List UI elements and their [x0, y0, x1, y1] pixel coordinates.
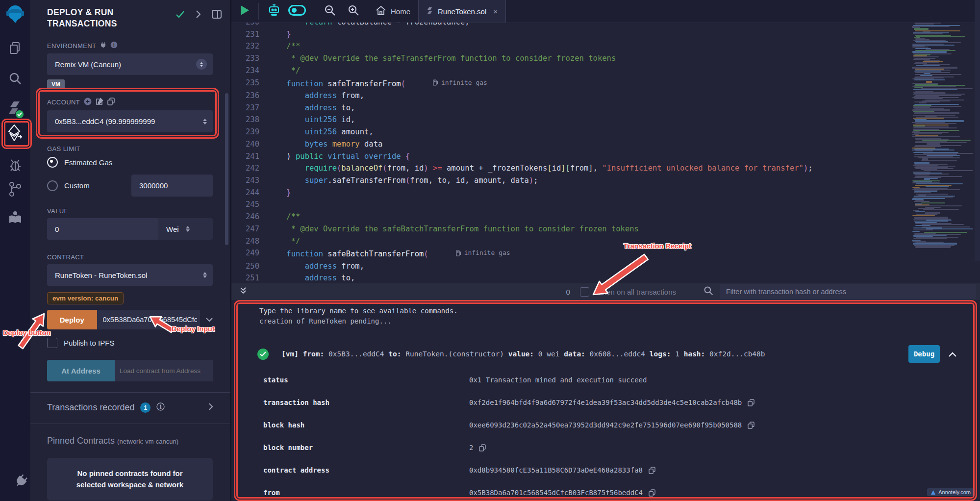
- listen-label: Listen on all transactions: [595, 288, 676, 296]
- copy-icon[interactable]: [107, 98, 115, 107]
- check-icon: [176, 11, 184, 20]
- account-stepper-icon[interactable]: [203, 119, 207, 125]
- receipt-summary[interactable]: [vm] from: 0x5B3...eddC4 to: RuneToken.(…: [231, 345, 980, 363]
- gas-pump-icon: [433, 79, 438, 86]
- publish-ipfs-option[interactable]: Publish to IPFS: [47, 338, 213, 348]
- info-icon[interactable]: i: [156, 402, 165, 413]
- panel-scrollbar[interactable]: [225, 93, 228, 245]
- panel-split-icon[interactable]: [212, 10, 222, 21]
- ai-toggle[interactable]: [288, 5, 306, 18]
- value-label: VALUE: [47, 207, 213, 215]
- code-lines: 230 return totalBalance - frozenBalance;…: [231, 23, 980, 283]
- git-icon[interactable]: [0, 180, 30, 198]
- receipt-row: contract address0xd8b934580fcE35a11B58C6…: [231, 465, 980, 476]
- zoom-out-icon[interactable]: [324, 4, 336, 18]
- environment-select[interactable]: Remix VM (Cancun): [47, 53, 213, 75]
- code-line: 248 */: [231, 235, 980, 248]
- deploy-button[interactable]: Deploy: [47, 310, 97, 329]
- transaction-receipt-annotation: Transaction Receipt: [624, 242, 691, 250]
- copy-icon[interactable]: [748, 422, 754, 429]
- account-select[interactable]: 0x5B3...eddC4 (99.999999999: [47, 110, 213, 132]
- code-editor[interactable]: 230 return totalBalance - frozenBalance;…: [231, 23, 980, 283]
- file-explorer-icon[interactable]: [0, 40, 30, 56]
- publish-ipfs-checkbox[interactable]: [47, 338, 57, 348]
- environment-stepper-icon[interactable]: [196, 59, 207, 70]
- receipt-row: transaction hash0xf2de1f964bfd4f9a6d6797…: [231, 397, 980, 408]
- terminal[interactable]: Type the library name to see available c…: [231, 300, 980, 501]
- minimap[interactable]: [911, 23, 973, 248]
- code-line: 250 address from,: [231, 260, 980, 273]
- unit-stepper-icon[interactable]: [186, 226, 190, 232]
- at-address-input[interactable]: [115, 360, 213, 381]
- code-line: 230 return totalBalance - frozenBalance;: [231, 23, 980, 28]
- solidity-compiler-icon[interactable]: [0, 100, 30, 119]
- terminal-collapse-icon[interactable]: [239, 287, 247, 297]
- custom-gas-option[interactable]: Custom: [47, 175, 213, 197]
- custom-gas-input[interactable]: [131, 175, 213, 197]
- svg-text:i: i: [113, 43, 115, 48]
- terminal-search-icon[interactable]: [704, 286, 713, 298]
- search-icon[interactable]: [0, 71, 30, 86]
- receipt-summary-text: [vm] from: 0x5B3...eddC4 to: RuneToken.(…: [281, 350, 765, 358]
- panel-title: DEPLOY & RUN TRANSACTIONS: [47, 7, 135, 29]
- copy-icon[interactable]: [649, 489, 655, 497]
- copy-icon[interactable]: [748, 399, 754, 406]
- close-icon[interactable]: ×: [493, 7, 498, 16]
- code-line: 238 uint256 id,: [231, 114, 980, 126]
- transactions-recorded-row[interactable]: Transactions recorded 1 i: [47, 393, 213, 424]
- plugin-icon[interactable]: [0, 475, 30, 492]
- chevron-down-icon[interactable]: [206, 315, 213, 324]
- forward-arrow-icon[interactable]: [196, 10, 201, 20]
- deploy-button-annotation: Deploy button: [3, 329, 50, 337]
- solidity-file-icon: [427, 7, 433, 16]
- editor-scrollbar[interactable]: [975, 0, 980, 261]
- home-icon: [376, 6, 386, 17]
- listen-checkbox[interactable]: [580, 287, 589, 297]
- zoom-in-icon[interactable]: [348, 4, 359, 18]
- copy-icon[interactable]: [479, 444, 486, 451]
- debug-button[interactable]: Debug: [908, 345, 940, 363]
- tab-home[interactable]: Home: [368, 0, 418, 23]
- contract-stepper-icon[interactable]: [203, 272, 207, 278]
- code-line: 233 * @dev Override the safeTransferFrom…: [231, 52, 980, 65]
- estimated-gas-option[interactable]: Estimated Gas: [47, 157, 213, 168]
- code-line: 232 /**: [231, 40, 980, 52]
- remix-logo[interactable]: [0, 3, 30, 25]
- listen-count: 0: [566, 288, 570, 296]
- code-line: 249 function safeBatchTransferFrom(infin…: [231, 247, 980, 260]
- plug-small-icon[interactable]: [100, 42, 106, 50]
- ai-robot-icon[interactable]: [268, 4, 280, 19]
- transactions-recorded-label: Transactions recorded: [47, 402, 134, 413]
- chevron-right-icon[interactable]: [208, 403, 213, 412]
- code-line: 247 * @dev Override the safeBatchTransfe…: [231, 223, 980, 235]
- environment-section-label: ENVIRONMENT i: [47, 41, 213, 50]
- editor-topbar: Home RuneToken.sol ×: [231, 0, 980, 23]
- contract-select[interactable]: RuneToken - RuneToken.sol: [47, 264, 213, 286]
- edit-icon[interactable]: [96, 98, 103, 107]
- chevron-up-icon[interactable]: [949, 350, 956, 359]
- play-icon[interactable]: [240, 5, 250, 18]
- deploy-run-icon[interactable]: [0, 124, 30, 142]
- transaction-filter-input[interactable]: [720, 284, 976, 299]
- code-line: 241 ) public virtual override {: [231, 150, 980, 163]
- receipt-row: from0x5B38Da6a701c568545dCfcB03FcB875f56…: [231, 487, 980, 498]
- svg-text:i: i: [160, 404, 162, 409]
- custom-gas-radio[interactable]: [47, 180, 58, 191]
- value-unit-select[interactable]: Wei: [158, 218, 213, 240]
- learn-icon[interactable]: [0, 209, 30, 226]
- code-line: 234 */: [231, 65, 980, 77]
- info-icon[interactable]: i: [110, 41, 118, 50]
- code-line: 231 }: [231, 28, 980, 41]
- plus-circle-icon[interactable]: [84, 98, 92, 107]
- code-line: 243 super.safeTransferFrom(from, to, id,…: [231, 175, 980, 187]
- estimated-gas-radio[interactable]: [47, 157, 58, 168]
- copy-icon[interactable]: [649, 467, 655, 474]
- value-input[interactable]: [47, 218, 158, 240]
- annotely-logo-icon: [930, 490, 936, 495]
- vm-badge: VM: [47, 79, 65, 89]
- gas-estimate-annotation: infinite gas: [433, 77, 487, 89]
- tab-runetoken[interactable]: RuneToken.sol ×: [418, 0, 506, 23]
- success-check-icon: [257, 349, 269, 360]
- at-address-button[interactable]: At Address: [47, 360, 115, 381]
- debugger-icon[interactable]: [0, 157, 30, 174]
